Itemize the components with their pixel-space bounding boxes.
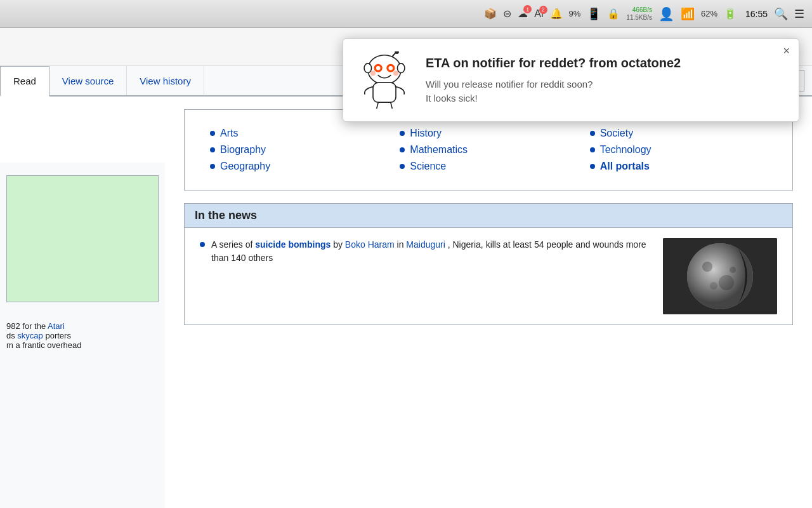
news-text-a-series: A series of <box>211 239 255 250</box>
notification-text: Will you release notifier for reddit soo… <box>426 77 786 106</box>
main-layout: 982 for the Atari ds skycap porters m a … <box>0 97 812 325</box>
clock: 16:55 <box>745 9 768 19</box>
dnd-icon[interactable]: ⊝ <box>503 8 511 20</box>
portal-link-arts[interactable]: Arts <box>220 128 238 139</box>
portals-col-1: Arts Biography Geography <box>210 125 387 175</box>
svg-point-13 <box>389 66 393 70</box>
adobe-icon[interactable]: Ai 2 <box>534 8 543 20</box>
portal-link-biography[interactable]: Biography <box>220 144 266 156</box>
svg-point-14 <box>370 70 376 76</box>
sidebar-link-atari[interactable]: Atari <box>48 321 65 331</box>
creative-cloud-badge: 1 <box>523 5 532 13</box>
portal-link-society[interactable]: Society <box>600 128 633 139</box>
news-section-header: In the news <box>184 203 793 228</box>
spotlight-icon[interactable]: 🔍 <box>774 7 788 21</box>
portal-item-arts: Arts <box>210 125 387 142</box>
battery-icon: 🔋 <box>724 8 737 20</box>
portal-item-history: History <box>400 125 577 142</box>
notification-body: ETA on notifier for reddet? from octaton… <box>426 55 786 106</box>
portals-col-2: History Mathematics Science <box>400 125 577 175</box>
portal-link-all-portals[interactable]: All portals <box>600 161 650 172</box>
svg-point-3 <box>702 262 712 272</box>
hamburger-menu-icon[interactable]: ☰ <box>794 7 804 21</box>
news-item-bombings: A series of suicide bombings by Boko Har… <box>200 238 650 265</box>
sidebar-link-skycap[interactable]: skycap <box>17 331 43 340</box>
svg-point-6 <box>730 267 736 273</box>
portal-bullet-society <box>590 131 595 136</box>
news-section: In the news A series of suicide bombings… <box>184 203 793 325</box>
tab-view-source[interactable]: View source <box>49 66 127 95</box>
main-content: Arts Biography Geography Histor <box>165 97 812 325</box>
battery-indicator: 62% <box>701 9 717 18</box>
svg-point-2 <box>687 243 753 309</box>
svg-point-4 <box>719 275 734 290</box>
news-link-maiduguri[interactable]: Maiduguri <box>406 239 445 250</box>
portals-col-3: Society Technology All portals <box>590 125 767 175</box>
portal-link-mathematics[interactable]: Mathematics <box>410 144 468 156</box>
tab-read[interactable]: Read <box>0 66 49 97</box>
svg-point-16 <box>364 64 371 73</box>
portal-link-geography[interactable]: Geography <box>220 161 270 172</box>
phone-icon[interactable]: 📱 <box>587 7 601 21</box>
portal-bullet-geography <box>210 164 215 169</box>
portal-item-mathematics: Mathematics <box>400 142 577 158</box>
adobe-badge: 2 <box>539 6 547 14</box>
bell-icon[interactable]: 🔔 <box>550 8 563 20</box>
portal-bullet-biography <box>210 147 215 152</box>
sidebar-text-porters: porters <box>45 331 70 340</box>
tab-view-history[interactable]: View history <box>127 66 204 95</box>
lock-icon[interactable]: 🔒 <box>607 8 620 20</box>
portal-item-society: Society <box>590 125 767 142</box>
sidebar-text: 982 for the Atari ds skycap porters m a … <box>0 315 165 356</box>
sidebar-text-skycap-prefix: ds <box>6 331 17 340</box>
portal-item-geography: Geography <box>210 158 387 175</box>
news-list: A series of suicide bombings by Boko Har… <box>200 238 650 314</box>
sidebar-text-frantic: m a frantic overhead <box>6 340 82 350</box>
svg-rect-18 <box>373 83 396 102</box>
portal-item-biography: Biography <box>210 142 387 158</box>
portal-item-all-portals: All portals <box>590 158 767 175</box>
sidebar-green-box <box>6 175 159 302</box>
news-text-by: by <box>333 239 345 250</box>
news-bullet <box>200 242 205 247</box>
portal-bullet-all-portals <box>590 164 595 169</box>
sidebar: 982 for the Atari ds skycap porters m a … <box>0 163 165 508</box>
portal-link-history[interactable]: History <box>410 128 442 139</box>
portal-link-technology[interactable]: Technology <box>600 144 652 156</box>
svg-point-12 <box>376 66 381 70</box>
battery-percentage: 9% <box>569 9 581 18</box>
wifi-icon[interactable]: 📶 <box>681 7 695 21</box>
news-link-boko-haram[interactable]: Boko Haram <box>345 239 395 250</box>
portal-link-science[interactable]: Science <box>410 161 446 172</box>
news-item-text: A series of suicide bombings by Boko Har… <box>211 238 650 265</box>
dropbox-icon[interactable]: 📦 <box>484 8 497 20</box>
portal-bullet-arts <box>210 131 215 136</box>
news-link-suicide-bombings[interactable]: suicide bombings <box>255 239 331 250</box>
portal-bullet-history <box>400 131 405 136</box>
news-image-moon <box>663 238 777 314</box>
notification-title: ETA on notifier for reddet? from octaton… <box>426 55 786 71</box>
reddit-alien-image <box>356 51 413 109</box>
portal-bullet-technology <box>590 147 595 152</box>
portal-item-science: Science <box>400 158 577 175</box>
user-icon[interactable]: 👤 <box>658 6 674 22</box>
network-speed: 466B/s 11.5KB/s <box>626 6 652 22</box>
portal-item-technology: Technology <box>590 142 767 158</box>
notification-close-button[interactable]: × <box>783 45 790 57</box>
notification-popup: × ETA on notifier for reddet? from octat… <box>343 38 799 122</box>
svg-point-15 <box>393 70 398 76</box>
creative-cloud-icon[interactable]: ☁ 1 <box>518 8 528 20</box>
news-text-in: in <box>397 239 407 250</box>
portals-grid: Arts Biography Geography Histor <box>210 125 767 175</box>
news-content: A series of suicide bombings by Boko Har… <box>184 228 793 325</box>
svg-point-17 <box>397 64 404 73</box>
menubar: 📦 ⊝ ☁ 1 Ai 2 🔔 9% 📱 🔒 466B/s 11.5KB/s 👤 … <box>0 0 812 28</box>
sidebar-text-prefix: 982 for the <box>6 321 48 331</box>
portal-bullet-mathematics <box>400 147 405 152</box>
portal-bullet-science <box>400 164 405 169</box>
svg-point-5 <box>710 282 717 290</box>
svg-point-9 <box>368 55 401 84</box>
